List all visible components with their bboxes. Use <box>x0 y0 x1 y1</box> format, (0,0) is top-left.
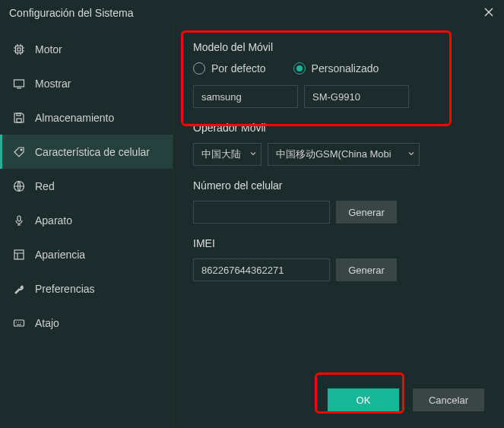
carrier-section: Operador Móvil 中国大陆 中国移动GSM(China Mobi <box>193 122 484 166</box>
sidebar-item-motor[interactable]: Motor <box>0 32 173 66</box>
globe-icon <box>12 179 26 193</box>
brand-input[interactable] <box>193 85 298 108</box>
radio-icon <box>293 62 306 75</box>
region-select-value: 中国大陆 <box>201 147 241 161</box>
svg-rect-2 <box>14 80 24 87</box>
layout-icon <box>12 248 26 262</box>
cpu-icon <box>12 43 26 56</box>
sidebar-item-label: Red <box>35 180 55 192</box>
imei-input[interactable] <box>193 258 330 281</box>
save-icon <box>12 111 26 125</box>
radio-default[interactable]: Por defecto <box>193 62 266 75</box>
sidebar-item-phone-feature[interactable]: Característica de celular <box>0 135 173 169</box>
sidebar-item-label: Motor <box>35 43 62 55</box>
sidebar-item-preferences[interactable]: Preferencias <box>0 271 173 306</box>
close-icon[interactable] <box>481 5 496 20</box>
sidebar-item-display[interactable]: Mostrar <box>0 66 173 100</box>
sidebar-item-device[interactable]: Aparato <box>0 203 173 237</box>
svg-rect-3 <box>17 119 21 122</box>
chevron-down-icon <box>250 151 256 159</box>
sidebar-item-label: Apariencia <box>35 249 85 261</box>
sidebar-item-label: Característica de celular <box>35 146 150 158</box>
radio-default-label: Por defecto <box>211 62 266 75</box>
sidebar: Motor Mostrar Almacenamiento Característ… <box>0 26 173 428</box>
phone-section: Número del celular Generar <box>193 179 484 224</box>
cancel-button[interactable]: Cancelar <box>413 388 484 411</box>
carrier-select[interactable]: 中国移动GSM(China Mobi <box>268 143 420 166</box>
sidebar-item-label: Almacenamiento <box>35 112 114 124</box>
sidebar-item-appearance[interactable]: Apariencia <box>0 237 173 271</box>
svg-rect-9 <box>14 320 24 326</box>
sidebar-item-storage[interactable]: Almacenamiento <box>0 100 173 135</box>
model-section: Modelo del Móvil Por defecto Personaliza… <box>193 41 484 108</box>
phone-section-title: Número del celular <box>193 179 484 192</box>
sidebar-item-label: Atajo <box>35 317 59 329</box>
ok-button[interactable]: OK <box>328 388 399 411</box>
carrier-select-value: 中国移动GSM(China Mobi <box>276 147 391 161</box>
titlebar: Configuración del Sistema <box>0 0 504 26</box>
svg-point-5 <box>21 149 22 151</box>
sidebar-item-label: Aparato <box>35 214 72 227</box>
chevron-down-icon <box>408 151 414 159</box>
tag-icon <box>12 145 26 159</box>
sidebar-item-label: Mostrar <box>35 78 71 90</box>
window-title: Configuración del Sistema <box>9 7 133 19</box>
svg-rect-0 <box>16 46 23 52</box>
sidebar-item-label: Preferencias <box>35 283 95 295</box>
display-icon <box>12 77 26 90</box>
radio-custom-label: Personalizado <box>312 62 379 75</box>
model-section-title: Modelo del Móvil <box>193 41 484 53</box>
microphone-icon <box>12 214 26 227</box>
sidebar-item-shortcut[interactable]: Atajo <box>0 306 173 340</box>
content-panel: Modelo del Móvil Por defecto Personaliza… <box>173 26 504 428</box>
imei-section: IMEI Generar <box>193 237 484 281</box>
svg-rect-1 <box>17 48 21 51</box>
sidebar-item-network[interactable]: Red <box>0 169 173 203</box>
phone-input[interactable] <box>193 201 330 224</box>
region-select[interactable]: 中国大陆 <box>193 143 262 166</box>
imei-section-title: IMEI <box>193 237 484 249</box>
svg-rect-7 <box>17 216 21 221</box>
radio-icon <box>193 62 205 75</box>
keyboard-icon <box>12 316 26 330</box>
radio-custom[interactable]: Personalizado <box>293 62 379 75</box>
svg-rect-4 <box>17 113 21 116</box>
generate-phone-button[interactable]: Generar <box>336 201 397 224</box>
wrench-icon <box>12 282 26 296</box>
generate-imei-button[interactable]: Generar <box>336 258 397 281</box>
svg-rect-8 <box>14 250 24 259</box>
carrier-section-title: Operador Móvil <box>193 122 484 134</box>
footer-buttons: OK Cancelar <box>328 388 484 411</box>
model-input[interactable] <box>304 85 409 108</box>
